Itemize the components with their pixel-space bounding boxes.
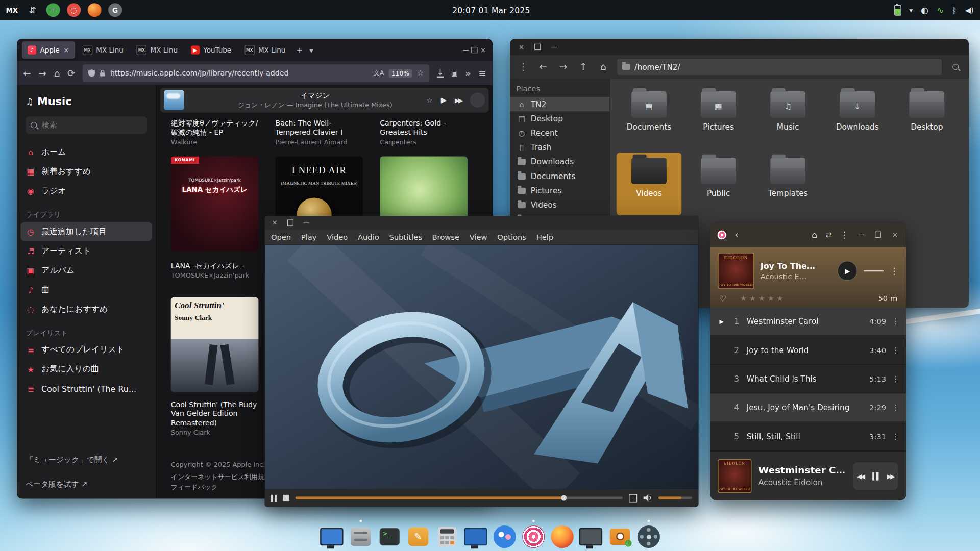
tray-expand-icon[interactable]: ▾ (909, 6, 913, 14)
bluetooth-icon[interactable]: ᛒ (952, 5, 957, 14)
power-manager-icon[interactable]: ◌ (67, 3, 81, 17)
minimize-button[interactable] (550, 42, 558, 51)
folder-downloads[interactable]: ↓ Downloads (825, 86, 890, 149)
shuffle-icon[interactable]: ⇄ (825, 230, 831, 239)
home-icon[interactable]: ⌂ (596, 61, 610, 72)
minimize-button[interactable] (857, 230, 866, 239)
maximize-button[interactable] (470, 46, 479, 55)
track-row[interactable]: 3 What Child is This 5:13 ⋮ (710, 365, 906, 393)
feedback-link[interactable]: フィードバック (171, 483, 218, 492)
album-caption[interactable]: Carpenters: Gold - Greatest Hits Carpent… (380, 119, 468, 145)
nav-favorite-songs[interactable]: ★お気に入りの曲 (20, 360, 152, 379)
home-icon[interactable]: ⌂ (812, 230, 817, 240)
forward-icon[interactable]: → (556, 61, 570, 72)
nav-recently-added[interactable]: ◷最近追加した項目 (20, 222, 152, 241)
place-home[interactable]: ⌂TN2 (510, 97, 609, 111)
fullscreen-icon[interactable] (629, 494, 637, 502)
search-icon[interactable] (949, 61, 963, 72)
new-tab-button[interactable]: + (296, 45, 303, 55)
back-icon[interactable]: ← (536, 61, 550, 72)
music-search-box[interactable] (26, 116, 147, 134)
folder-pictures[interactable]: ▦ Pictures (686, 86, 751, 149)
app-menu-icon[interactable]: ≡ (478, 67, 486, 79)
dock-files-blue[interactable] (463, 523, 488, 549)
nav-songs[interactable]: ♪曲 (20, 280, 152, 299)
overflow-chevron-icon[interactable]: » (465, 67, 471, 79)
path-bar[interactable]: /home/TN2/ (617, 58, 943, 76)
tab-youtube[interactable]: ▶ YouTube (185, 41, 237, 59)
downloads-icon[interactable]: ↓ (437, 69, 444, 78)
dock-lollypop[interactable] (521, 523, 546, 549)
nav-playlist-cool-struttin[interactable]: ≣Cool Struttin' (The Ru... (20, 379, 152, 398)
album-menu-icon[interactable]: ⋮ (890, 266, 899, 276)
home-icon[interactable]: ⌂ (54, 67, 60, 79)
place-pictures[interactable]: Pictures (510, 183, 609, 197)
nav-made-for-you[interactable]: ◌あなたにおすすめ (20, 299, 152, 318)
reload-icon[interactable]: ⟳ (67, 67, 75, 79)
nav-albums[interactable]: ▣アルバム (20, 261, 152, 280)
minimize-button[interactable] (461, 46, 470, 55)
pause-button[interactable] (271, 494, 277, 501)
album-play-button[interactable]: ▶ (838, 261, 857, 281)
dock-text-editor[interactable]: ✎ (405, 523, 431, 549)
album-cover-cool-struttin[interactable]: Cool Struttin' Sonny Clark (171, 297, 259, 392)
open-in-music-link[interactable]: 「ミュージック」で開く ↗ (26, 455, 118, 465)
dock-sharing-app[interactable] (492, 523, 517, 549)
next-track-icon[interactable]: ▶▶ (455, 96, 462, 103)
lock-icon[interactable] (100, 69, 106, 77)
menu-browse[interactable]: Browse (432, 233, 459, 241)
track-menu-icon[interactable]: ⋮ (891, 432, 900, 441)
track-menu-icon[interactable]: ⋮ (891, 317, 900, 325)
network-monitor-icon[interactable]: ∿ (937, 5, 944, 15)
tab-mx-2[interactable]: MX MX Linu (131, 41, 184, 59)
previous-button[interactable]: ◀◀ (857, 472, 864, 479)
seek-bar[interactable] (296, 497, 623, 499)
album-cover[interactable]: EIDOLON JOY TO THE WORLD (718, 253, 754, 289)
rating-stars[interactable]: ★ ★ ★ ★ ★ (740, 294, 783, 303)
album-caption[interactable]: Cool Struttin' (The Rudy Van Gelder Edit… (171, 400, 265, 436)
album-caption[interactable]: LANA -セカイハズレ - TOMOSUKE×Jazzin'park (171, 262, 259, 280)
tab-mx-1[interactable]: MX MX Linu (77, 41, 129, 59)
url-bar[interactable]: https://music.apple.com/jp/library/recen… (83, 64, 429, 82)
place-recent[interactable]: ◷Recent (510, 126, 609, 140)
favorite-star-icon[interactable]: ☆ (427, 96, 433, 104)
minimize-button[interactable] (302, 218, 310, 227)
menu-open[interactable]: Open (271, 233, 291, 241)
workspace-switcher-icon[interactable]: ⇵ (26, 3, 39, 17)
messages-icon[interactable]: ≡ (46, 3, 60, 17)
panel-clock[interactable]: 20:07 01 Mar 2025 (438, 0, 544, 20)
folder-videos-selected[interactable]: Videos (617, 153, 682, 215)
place-documents[interactable]: Documents (510, 169, 609, 183)
place-desktop[interactable]: ▤Desktop (510, 111, 609, 126)
volume-icon[interactable] (643, 494, 652, 502)
forward-icon[interactable]: → (39, 67, 46, 79)
nav-all-playlists[interactable]: ≣すべてのプレイリスト (20, 340, 152, 359)
close-button[interactable]: × (517, 42, 526, 51)
extensions-icon[interactable]: ▣ (451, 69, 458, 77)
volume-slider[interactable] (658, 497, 692, 499)
close-button[interactable]: × (891, 230, 899, 239)
zoom-level-badge[interactable]: 110% (388, 69, 412, 77)
dock-file-manager[interactable] (348, 523, 373, 549)
place-trash[interactable]: ▯Trash (510, 140, 609, 155)
menu-subtitles[interactable]: Subtitles (389, 233, 422, 241)
place-downloads[interactable]: Downloads (510, 155, 609, 169)
track-menu-icon[interactable]: ⋮ (891, 403, 900, 412)
folder-desktop[interactable]: Desktop (894, 86, 960, 149)
next-button[interactable]: ▶▶ (887, 472, 894, 479)
tab-mx-3[interactable]: MX MX Linu (239, 41, 291, 59)
now-playing-thumb[interactable]: EIDOLON JOY TO THE WORLD (718, 459, 751, 493)
restore-button[interactable] (874, 230, 883, 239)
close-button[interactable]: × (271, 218, 279, 227)
dock-firefox[interactable] (549, 523, 575, 549)
menu-view[interactable]: View (470, 233, 487, 241)
album-progress-line[interactable] (864, 270, 884, 271)
favorite-heart-icon[interactable]: ♡ (719, 294, 726, 303)
video-canvas[interactable] (265, 244, 699, 489)
place-videos[interactable]: Videos (510, 197, 609, 212)
menu-play[interactable]: Play (301, 233, 317, 241)
maximize-button[interactable] (286, 218, 295, 227)
track-row[interactable]: 2 Joy to the World 3:40 ⋮ (710, 336, 906, 364)
account-avatar[interactable] (470, 92, 485, 107)
dock-calculator[interactable] (434, 523, 459, 549)
